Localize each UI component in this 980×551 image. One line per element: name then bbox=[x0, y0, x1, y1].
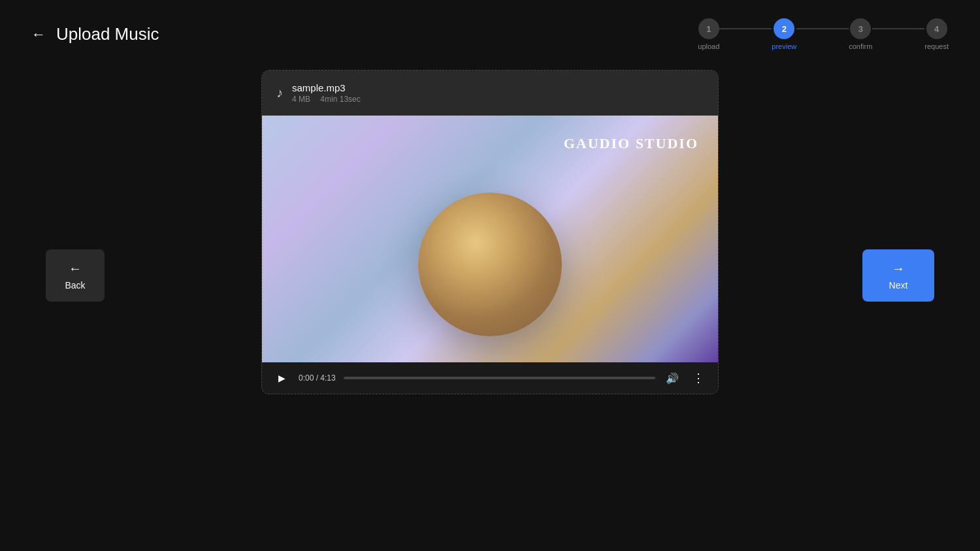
step-preview: 2 preview bbox=[772, 18, 796, 50]
file-details: sample.mp3 4 MB 4min 13sec bbox=[292, 82, 368, 104]
artwork-brand-text: GAUDIO STUDIO bbox=[564, 135, 698, 152]
artwork-small-sphere bbox=[396, 168, 417, 189]
step-circle-1: 1 bbox=[698, 18, 719, 39]
volume-button[interactable]: 🔊 bbox=[663, 369, 681, 387]
artwork-sphere bbox=[418, 193, 562, 336]
step-line-2 bbox=[796, 28, 849, 29]
page-title: Upload Music bbox=[56, 24, 159, 44]
progress-bar[interactable] bbox=[344, 377, 655, 379]
step-line-3 bbox=[872, 28, 924, 29]
next-button-arrow: → bbox=[892, 261, 905, 276]
stepper: 1 upload 2 preview 3 confirm 4 request bbox=[698, 18, 949, 50]
step-upload: 1 upload bbox=[698, 18, 719, 50]
step-label-upload: upload bbox=[698, 42, 719, 50]
next-button-label: Next bbox=[889, 280, 908, 291]
time-display: 0:00 / 4:13 bbox=[299, 373, 336, 383]
back-button-label: Back bbox=[65, 280, 85, 291]
file-meta: 4 MB 4min 13sec bbox=[292, 95, 368, 104]
step-circle-2: 2 bbox=[774, 18, 794, 39]
artwork-container: GAUDIO STUDIO bbox=[262, 116, 718, 362]
file-duration: 4min 13sec bbox=[320, 95, 360, 104]
step-request: 4 request bbox=[924, 18, 949, 50]
file-name: sample.mp3 bbox=[292, 82, 368, 93]
step-label-confirm: confirm bbox=[849, 42, 872, 50]
next-button[interactable]: → Next bbox=[862, 249, 934, 302]
step-confirm: 3 confirm bbox=[849, 18, 872, 50]
music-icon: ♪ bbox=[276, 86, 283, 101]
step-line-1 bbox=[719, 28, 772, 29]
step-label-request: request bbox=[924, 42, 949, 50]
file-info-bar: ♪ sample.mp3 4 MB 4min 13sec bbox=[262, 71, 718, 116]
artwork-background: GAUDIO STUDIO bbox=[262, 116, 718, 362]
back-button-arrow: ← bbox=[69, 261, 82, 276]
file-size: 4 MB bbox=[292, 95, 310, 104]
preview-card: ♪ sample.mp3 4 MB 4min 13sec GAUDIO STUD… bbox=[261, 70, 719, 394]
header-left: ← Upload Music bbox=[31, 24, 159, 44]
back-button[interactable]: ← Back bbox=[46, 249, 105, 302]
header-back-arrow[interactable]: ← bbox=[31, 26, 46, 43]
step-label-preview: preview bbox=[772, 42, 796, 50]
main-content: ♪ sample.mp3 4 MB 4min 13sec GAUDIO STUD… bbox=[0, 50, 980, 394]
header: ← Upload Music 1 upload 2 preview 3 conf… bbox=[0, 0, 980, 50]
video-controls: ▶ 0:00 / 4:13 🔊 ⋮ bbox=[262, 362, 718, 394]
step-circle-3: 3 bbox=[850, 18, 871, 39]
step-circle-4: 4 bbox=[926, 18, 947, 39]
play-button[interactable]: ▶ bbox=[272, 369, 291, 387]
more-options-button[interactable]: ⋮ bbox=[689, 369, 708, 387]
